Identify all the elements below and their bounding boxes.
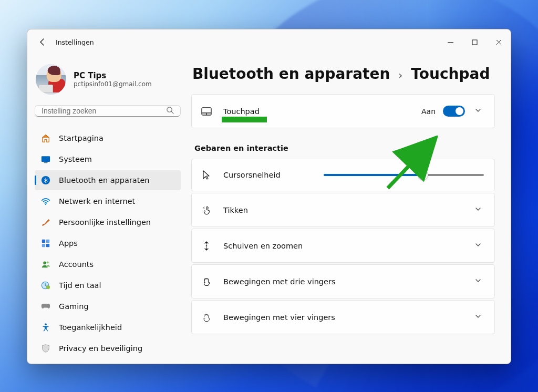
slider-thumb[interactable]	[418, 170, 428, 180]
accessibility-icon	[41, 323, 50, 332]
sidebar-item-gaming[interactable]: Gaming	[35, 296, 181, 316]
paintbrush-icon	[41, 218, 50, 227]
sidebar-item-label: Accounts	[59, 260, 94, 269]
breadcrumb-parent[interactable]: Bluetooth en apparaten	[192, 65, 390, 82]
content-pane: Bluetooth en apparaten › Touchpad Touchp…	[188, 55, 511, 364]
search-box[interactable]	[35, 105, 181, 117]
search-icon	[166, 106, 174, 116]
sidebar-item-label: Apps	[59, 239, 78, 247]
svg-rect-6	[42, 240, 45, 243]
scroll-zoom-icon	[201, 241, 212, 251]
sidebar-item-personalization[interactable]: Persoonlijke instellingen	[35, 212, 181, 232]
sidebar-item-label: Startpagina	[59, 134, 104, 142]
svg-point-13	[46, 285, 50, 289]
svg-point-11	[47, 261, 49, 263]
sidebar: PC Tips pctipsinfo01@gmail.com Startpagi…	[27, 55, 188, 364]
cursor-speed-row: Cursorsnelheid	[191, 159, 495, 191]
avatar	[36, 64, 66, 95]
apps-icon	[41, 239, 50, 248]
clock-globe-icon	[41, 281, 50, 290]
sidebar-item-label: Systeem	[59, 155, 92, 163]
toggle-state-text: Aan	[421, 107, 436, 116]
search-input[interactable]	[42, 107, 166, 115]
home-icon	[41, 133, 50, 143]
scroll-zoom-label: Schuiven en zoomen	[223, 242, 461, 250]
cursor-speed-label: Cursorsnelheid	[223, 171, 281, 179]
svg-rect-0	[472, 40, 477, 45]
chevron-down-icon[interactable]	[472, 203, 484, 217]
section-heading-gestures: Gebaren en interactie	[191, 131, 495, 159]
annotation-underline	[222, 117, 267, 122]
chevron-down-icon[interactable]	[472, 104, 484, 118]
chevron-right-icon: ›	[398, 69, 402, 81]
sidebar-item-label: Tijd en taal	[59, 281, 101, 290]
sidebar-item-privacy[interactable]: Privacy en beveiliging	[35, 338, 181, 358]
touchpad-icon	[201, 106, 212, 117]
svg-rect-8	[42, 244, 45, 247]
tapping-row[interactable]: Tikken	[191, 193, 495, 227]
wifi-icon	[41, 197, 50, 206]
minimize-button[interactable]	[438, 32, 462, 52]
accounts-icon	[41, 260, 50, 269]
sidebar-item-label: Netwerk en internet	[59, 197, 135, 205]
svg-point-5	[45, 204, 46, 205]
svg-rect-7	[46, 240, 49, 243]
breadcrumb-current: Touchpad	[411, 65, 490, 82]
sidebar-item-label: Bluetooth en apparaten	[59, 176, 150, 184]
svg-rect-2	[42, 156, 50, 162]
account-name: PC Tips	[74, 71, 152, 80]
chevron-down-icon[interactable]	[472, 239, 484, 253]
sidebar-item-home[interactable]: Startpagina	[35, 128, 181, 148]
four-finger-row[interactable]: Bewegingen met vier vingers	[191, 300, 495, 334]
tapping-label: Tikken	[223, 206, 461, 214]
breadcrumb: Bluetooth en apparaten › Touchpad	[189, 62, 506, 94]
cursor-icon	[201, 170, 212, 180]
sidebar-item-time-language[interactable]: Tijd en taal	[35, 275, 181, 295]
sidebar-item-label: Toegankelijkheid	[59, 323, 122, 332]
svg-rect-9	[46, 244, 49, 247]
bluetooth-icon	[41, 176, 50, 185]
tap-icon	[201, 205, 212, 215]
sidebar-item-apps[interactable]: Apps	[35, 233, 181, 253]
sidebar-nav: Startpagina Systeem Bluetooth en apparat…	[35, 128, 181, 358]
svg-point-14	[45, 323, 47, 325]
slider-fill	[324, 174, 423, 176]
three-finger-row[interactable]: Bewegingen met drie vingers	[191, 264, 495, 298]
sidebar-item-label: Gaming	[59, 302, 89, 311]
svg-point-16	[206, 245, 208, 246]
maximize-button[interactable]	[462, 32, 487, 52]
cursor-speed-slider[interactable]	[324, 169, 484, 181]
chevron-down-icon[interactable]	[472, 274, 484, 288]
three-finger-icon	[201, 276, 212, 287]
four-finger-label: Bewegingen met vier vingers	[223, 313, 461, 322]
window-controls	[438, 32, 511, 52]
sidebar-item-accounts[interactable]: Accounts	[35, 254, 181, 274]
shield-icon	[41, 344, 50, 353]
svg-point-10	[43, 261, 46, 264]
touchpad-toggle-card[interactable]: Touchpad Aan	[191, 94, 495, 128]
svg-point-1	[167, 107, 172, 111]
three-finger-label: Bewegingen met drie vingers	[223, 277, 461, 286]
system-icon	[41, 154, 50, 164]
sidebar-item-bluetooth-devices[interactable]: Bluetooth en apparaten	[35, 170, 181, 190]
back-button[interactable]	[37, 36, 48, 48]
sidebar-item-system[interactable]: Systeem	[35, 149, 181, 169]
touchpad-label: Touchpad	[223, 107, 410, 116]
svg-rect-3	[44, 162, 47, 162]
sidebar-item-label: Persoonlijke instellingen	[59, 218, 151, 226]
titlebar: Instellingen	[27, 29, 511, 55]
chevron-down-icon[interactable]	[472, 310, 484, 324]
account-email: pctipsinfo01@gmail.com	[74, 80, 152, 88]
close-button[interactable]	[487, 32, 511, 52]
four-finger-icon	[201, 312, 212, 323]
scroll-zoom-row[interactable]: Schuiven en zoomen	[191, 229, 495, 263]
sidebar-item-network[interactable]: Netwerk en internet	[35, 191, 181, 211]
settings-window: Instellingen PC	[27, 29, 511, 364]
gamepad-icon	[41, 302, 50, 311]
window-title: Instellingen	[56, 38, 94, 46]
touchpad-toggle[interactable]	[443, 106, 465, 117]
account-header[interactable]: PC Tips pctipsinfo01@gmail.com	[35, 61, 181, 105]
sidebar-item-label: Privacy en beveiliging	[59, 344, 142, 353]
sidebar-item-accessibility[interactable]: Toegankelijkheid	[35, 317, 181, 337]
